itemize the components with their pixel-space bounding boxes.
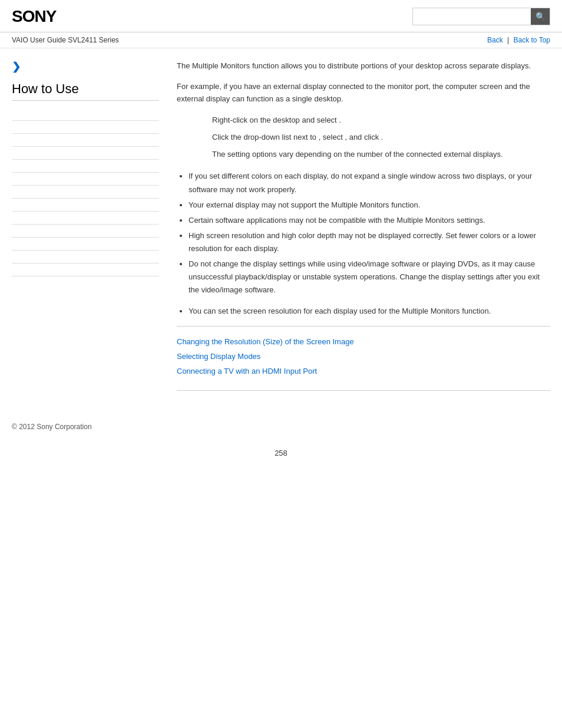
content-area: The Multiple Monitors function allows yo… [171, 54, 550, 399]
content-divider [177, 326, 550, 327]
search-button[interactable]: 🔍 [531, 8, 550, 25]
main-container: ❯ How to Use The Multiple Monitors funct… [0, 48, 562, 411]
list-item [12, 121, 159, 134]
related-links-section: Changing the Resolution (Size) of the Sc… [177, 335, 550, 378]
note-item: You can set the screen resolution for ea… [189, 305, 550, 318]
list-item [12, 108, 159, 121]
list-item [12, 212, 159, 225]
nav-links: Back | Back to Top [487, 36, 550, 44]
page-number: 258 [0, 443, 562, 469]
sidebar-title: How to Use [12, 81, 159, 101]
related-link-3[interactable]: Connecting a TV with an HDMI Input Port [177, 364, 550, 379]
list-item [12, 263, 159, 276]
sidebar-nav-list [12, 108, 159, 276]
back-link[interactable]: Back [487, 36, 503, 44]
back-to-top-link[interactable]: Back to Top [514, 36, 550, 44]
list-item [12, 199, 159, 212]
list-item [12, 160, 159, 173]
bullet-item: Do not change the display settings while… [189, 258, 550, 297]
sony-logo: SONY [12, 7, 56, 26]
steps-section: Right-click on the desktop and select . … [212, 113, 550, 162]
search-input[interactable] [413, 8, 531, 25]
header: SONY 🔍 [0, 0, 562, 32]
list-item [12, 251, 159, 263]
bullet-item: Certain software applications may not be… [189, 214, 550, 227]
list-item [12, 186, 159, 199]
list-item [12, 147, 159, 160]
list-item [12, 173, 159, 186]
sidebar: ❯ How to Use [12, 54, 171, 399]
step-1: Right-click on the desktop and select . [212, 113, 550, 128]
guide-text: VAIO User Guide SVL2411 Series [12, 36, 119, 44]
bullet-item: If you set different colors on each disp… [189, 170, 550, 196]
sidebar-chevron: ❯ [12, 60, 159, 73]
related-link-1[interactable]: Changing the Resolution (Size) of the Sc… [177, 335, 550, 350]
bullet-item: Your external display may not support th… [189, 199, 550, 212]
note-section: You can set the screen resolution for ea… [177, 305, 550, 318]
step-3: The setting options vary depending on th… [212, 147, 550, 162]
intro-paragraph-2: For example, if you have an external dis… [177, 81, 550, 106]
bullet-item: High screen resolution and high color de… [189, 229, 550, 255]
bullets-section: If you set different colors on each disp… [177, 170, 550, 297]
copyright-text: © 2012 Sony Corporation [12, 423, 92, 431]
nav-separator: | [507, 36, 509, 44]
footer: © 2012 Sony Corporation [0, 411, 562, 443]
step-2: Click the drop-down list next to , selec… [212, 130, 550, 145]
related-link-2[interactable]: Selecting Display Modes [177, 350, 550, 364]
list-item [12, 238, 159, 251]
list-item [12, 134, 159, 147]
search-box: 🔍 [412, 8, 550, 25]
search-icon: 🔍 [535, 12, 546, 21]
intro-paragraph-1: The Multiple Monitors function allows yo… [177, 60, 550, 73]
list-item [12, 225, 159, 238]
nav-bar: VAIO User Guide SVL2411 Series Back | Ba… [0, 32, 562, 48]
content-divider-bottom [177, 390, 550, 391]
